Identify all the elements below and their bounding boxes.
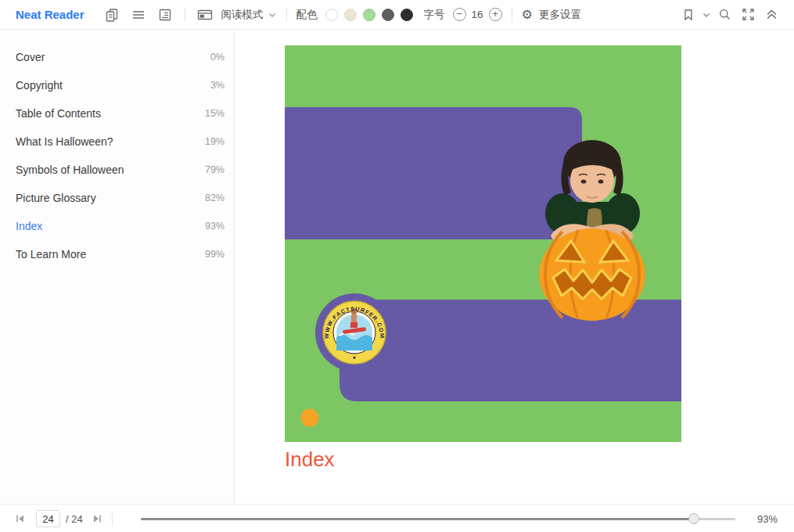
bookmark-icon (682, 9, 695, 21)
top-toolbar: Neat Reader 阅读模式 (0, 0, 794, 30)
toc-item-progress: 15% (205, 108, 225, 119)
chapter-heading: Index (285, 448, 335, 472)
toc-item-to-learn-more[interactable]: To Learn More 99% (0, 240, 234, 268)
font-size-label: 字号 (424, 8, 445, 22)
swatch-sepia[interactable] (344, 9, 357, 21)
font-size-stepper: − 16 + (453, 8, 502, 21)
toc-item-label: Cover (16, 51, 45, 63)
toc-item-label: What Is Halloween? (16, 135, 113, 148)
color-swatches (325, 9, 413, 21)
search-button[interactable] (714, 3, 735, 27)
bookmark-dropdown-button[interactable] (699, 3, 714, 27)
font-size-increase-button[interactable]: + (489, 8, 502, 21)
collapse-toolbar-button[interactable] (761, 3, 781, 27)
orange-dot (301, 409, 319, 427)
chevron-down-icon[interactable] (268, 10, 277, 20)
footer-bar: / 24 93% (0, 504, 794, 532)
toc-item-label: Picture Glossary (16, 192, 96, 204)
first-page-button[interactable] (14, 512, 27, 525)
toolbar-right-group (678, 3, 781, 27)
swatch-black[interactable] (401, 9, 413, 21)
footer-divider (112, 512, 113, 526)
reading-mode-label[interactable]: 阅读模式 (221, 8, 264, 22)
upper-purple-band (285, 107, 582, 239)
jack-o-lantern (539, 228, 645, 321)
swatch-dark-gray[interactable] (382, 9, 394, 21)
book-page-illustration: WWW.FACTSURFER.COM (285, 45, 681, 442)
page-number-input[interactable] (36, 510, 60, 527)
toolbar-divider (512, 8, 512, 22)
progress-percent: 93% (757, 513, 778, 525)
toolbar-divider (286, 8, 287, 22)
toc-item-label: Table of Contents (16, 107, 101, 120)
lower-purple-band (340, 300, 681, 401)
last-page-button[interactable] (91, 512, 103, 525)
toc-item-label: Index (16, 220, 42, 232)
layout-icon (197, 8, 213, 22)
last-page-icon (91, 512, 103, 525)
hamburger-icon (131, 8, 146, 22)
toc-item-progress: 19% (205, 136, 225, 147)
fullscreen-button[interactable] (738, 3, 758, 27)
slider-thumb[interactable] (688, 513, 699, 524)
toc-item-symbols-of-halloween[interactable]: Symbols of Halloween 79% (0, 156, 234, 184)
bookmark-button[interactable] (678, 3, 699, 27)
font-size-value: 16 (472, 9, 483, 20)
search-icon (718, 8, 731, 21)
factsurfer-badge: WWW.FACTSURFER.COM (323, 301, 386, 364)
swatch-green[interactable] (363, 9, 375, 21)
toc-item-progress: 93% (205, 221, 225, 232)
toc-item-label: Symbols of Halloween (16, 164, 124, 176)
toc-sidebar: Cover 0% Copyright 3% Table of Contents … (0, 31, 235, 504)
chevron-down-icon (702, 10, 711, 20)
color-scheme-label: 配色 (296, 8, 318, 22)
gear-icon[interactable]: ⚙ (522, 7, 533, 22)
double-chevron-up-icon (765, 8, 778, 21)
first-page-icon (14, 512, 27, 525)
reader-content: WWW.FACTSURFER.COM Index (235, 31, 794, 504)
toc-item-index[interactable]: Index 93% (0, 212, 234, 240)
library-button[interactable] (99, 3, 125, 27)
slider-fill (141, 518, 694, 520)
toc-item-progress: 82% (205, 192, 225, 203)
toc-item-cover[interactable]: Cover 0% (0, 43, 234, 71)
reading-mode-button[interactable] (192, 3, 218, 27)
more-settings-label[interactable]: 更多设置 (539, 8, 581, 22)
document-notes-icon (158, 8, 172, 22)
toc-item-label: To Learn More (16, 248, 86, 261)
toc-item-progress: 79% (205, 164, 225, 175)
toc-item-picture-glossary[interactable]: Picture Glossary 82% (0, 184, 234, 212)
fullscreen-icon (742, 8, 755, 21)
progress-slider[interactable] (141, 512, 735, 525)
app-title[interactable]: Neat Reader (16, 8, 84, 21)
toc-item-what-is-halloween[interactable]: What Is Halloween? 19% (0, 128, 234, 156)
toolbar-divider (185, 8, 185, 22)
toc-item-copyright[interactable]: Copyright 3% (0, 71, 234, 99)
toc-item-progress: 3% (210, 80, 225, 91)
toc-item-label: Copyright (16, 79, 63, 92)
font-size-decrease-button[interactable]: − (453, 8, 466, 21)
notes-button[interactable] (152, 3, 178, 27)
toc-item-progress: 99% (205, 249, 225, 260)
swatch-white[interactable] (325, 9, 338, 21)
toc-item-table-of-contents[interactable]: Table of Contents 15% (0, 99, 234, 128)
toc-button[interactable] (125, 3, 152, 27)
total-pages-label: / 24 (66, 513, 83, 525)
book-copy-icon (105, 8, 119, 22)
toc-item-progress: 0% (210, 52, 225, 63)
